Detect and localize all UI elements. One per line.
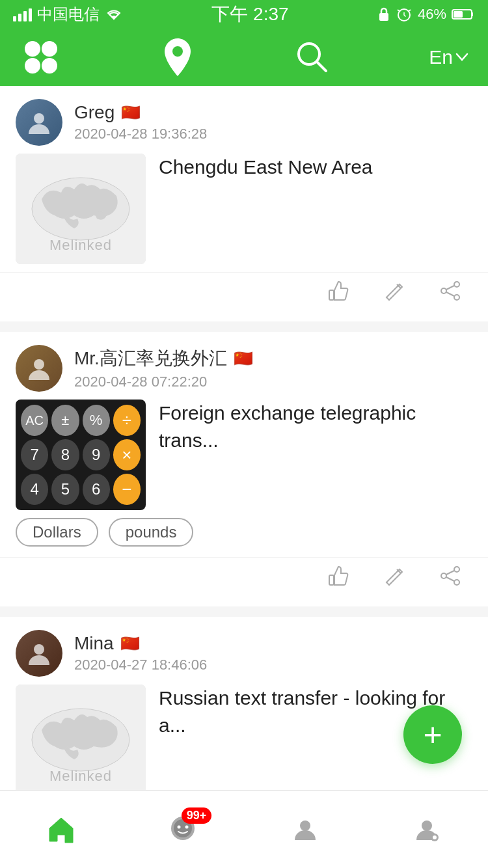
edit-icon — [383, 279, 406, 303]
apps-icon-button[interactable] — [20, 36, 62, 79]
search-icon — [293, 38, 331, 76]
chat-tab-wrapper: 99+ — [167, 813, 198, 847]
avatar-image — [16, 99, 62, 146]
svg-point-21 — [34, 644, 44, 655]
calc-4: 4 — [21, 474, 48, 505]
author-flag: 🇨🇳 — [120, 634, 140, 653]
avatar — [16, 99, 62, 146]
profile-icon — [411, 814, 442, 845]
calc-7: 7 — [21, 439, 48, 470]
signal-bar-4 — [29, 8, 32, 21]
comment-button[interactable] — [383, 564, 406, 593]
signal-bar-1 — [13, 16, 16, 21]
apps-icon — [20, 36, 62, 79]
post-title: Foreign exchange telegraphic trans... — [159, 400, 472, 454]
share-icon — [439, 564, 462, 588]
world-map-svg — [29, 704, 133, 776]
svg-point-14 — [441, 288, 446, 293]
location-button[interactable] — [160, 36, 195, 79]
calc-sub: − — [113, 474, 141, 505]
tab-profile[interactable] — [411, 814, 442, 845]
calc-div: ÷ — [113, 405, 141, 436]
language-selector[interactable]: En — [429, 46, 468, 68]
svg-point-34 — [178, 825, 181, 828]
tag-dollars[interactable]: Dollars — [16, 518, 98, 547]
post-author: Greg 🇨🇳 — [74, 102, 472, 123]
avatar — [16, 630, 62, 677]
lock-icon — [377, 7, 390, 22]
post-time: 2020-04-28 07:22:20 — [74, 373, 472, 390]
tag-pounds[interactable]: pounds — [109, 518, 194, 547]
post-image: Melinked — [16, 685, 146, 795]
location-icon — [160, 36, 195, 79]
svg-point-15 — [454, 295, 459, 300]
svg-point-39 — [433, 835, 437, 839]
calc-ac: AC — [21, 405, 48, 436]
tab-contacts[interactable] — [290, 814, 321, 845]
author-name: Mr.高汇率兑换外汇 — [74, 346, 227, 371]
melinked-watermark: Melinked — [49, 237, 112, 254]
post-meta: Mina 🇨🇳 2020-04-27 18:46:06 — [74, 633, 472, 673]
tab-chat[interactable]: 99+ — [167, 813, 198, 847]
create-post-button[interactable]: + — [403, 705, 462, 764]
like-button[interactable] — [327, 279, 350, 308]
svg-rect-12 — [329, 290, 334, 300]
svg-rect-3 — [454, 11, 463, 18]
post-meta: Greg 🇨🇳 2020-04-28 19:36:28 — [74, 102, 472, 142]
status-time: 下午 2:37 — [211, 2, 288, 27]
svg-point-35 — [185, 825, 189, 828]
battery-icon — [452, 8, 475, 21]
tab-bar: 99+ — [0, 790, 488, 868]
post-actions — [0, 557, 488, 606]
svg-point-5 — [42, 41, 57, 57]
svg-point-37 — [422, 821, 432, 831]
world-map-bg: Melinked — [16, 154, 146, 264]
post-author: Mr.高汇率兑换外汇 🇨🇳 — [74, 346, 472, 371]
post-card: Greg 🇨🇳 2020-04-28 19:36:28 Melinked — [0, 86, 488, 321]
svg-point-4 — [25, 41, 40, 57]
chevron-down-icon — [455, 53, 468, 62]
tags-row: Dollars pounds — [0, 518, 488, 557]
battery-label: 46% — [418, 6, 446, 23]
calculator-image: AC ± % ÷ 7 8 9 × 4 5 6 − — [16, 400, 146, 510]
signal-bars — [13, 7, 32, 21]
language-label: En — [429, 46, 453, 68]
post-header: Greg 🇨🇳 2020-04-28 19:36:28 — [0, 86, 488, 154]
svg-point-36 — [300, 821, 310, 831]
tab-home[interactable] — [46, 814, 77, 845]
avatar — [16, 345, 62, 392]
share-icon — [439, 279, 462, 303]
post-header: Mr.高汇率兑换外汇 🇨🇳 2020-04-28 07:22:20 — [0, 332, 488, 400]
calc-5: 5 — [51, 474, 79, 505]
world-map-bg: Melinked — [16, 685, 146, 795]
edit-icon — [383, 564, 406, 588]
signal-bar-2 — [18, 14, 21, 21]
wifi-icon — [105, 7, 123, 21]
person-silhouette — [26, 640, 52, 666]
calc-8: 8 — [51, 439, 79, 470]
svg-point-13 — [454, 282, 459, 287]
post-actions — [0, 272, 488, 321]
post-image-title-row: Melinked Chengdu East New Area — [0, 154, 488, 272]
svg-point-16 — [34, 359, 44, 370]
post-header: Mina 🇨🇳 2020-04-27 18:46:06 — [0, 617, 488, 685]
nav-bar: En — [0, 29, 488, 86]
search-button[interactable] — [293, 38, 331, 76]
home-icon — [46, 814, 77, 845]
person-silhouette — [26, 109, 52, 135]
calc-pct: % — [83, 405, 110, 436]
comment-button[interactable] — [383, 279, 406, 308]
svg-point-7 — [42, 58, 57, 74]
person-silhouette — [26, 355, 52, 381]
post-time: 2020-04-27 18:46:06 — [74, 657, 472, 673]
svg-rect-0 — [379, 13, 388, 21]
author-flag: 🇨🇳 — [234, 349, 253, 368]
status-right: 46% — [377, 6, 475, 23]
avatar-image — [16, 345, 62, 392]
like-button[interactable] — [327, 564, 350, 593]
author-flag: 🇨🇳 — [121, 103, 141, 122]
post-time: 2020-04-28 19:36:28 — [74, 126, 472, 142]
share-button[interactable] — [439, 564, 462, 593]
status-left: 中国电信 — [13, 4, 123, 25]
share-button[interactable] — [439, 279, 462, 308]
